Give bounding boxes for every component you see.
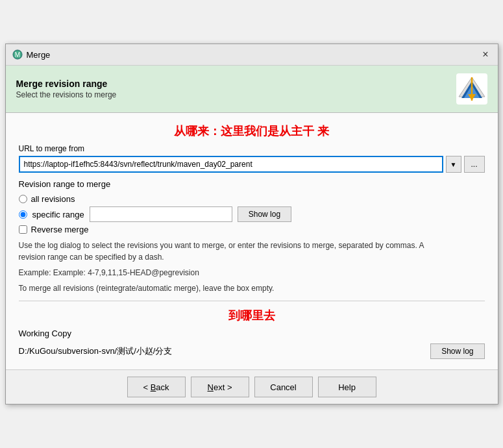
dialog-title: Merge (27, 50, 51, 60)
help-button[interactable]: Help (318, 377, 376, 397)
divider (19, 301, 485, 301)
url-input-row: ▼ ... (19, 156, 485, 173)
annotation-from: 从哪来：这里我们是从主干 来 (19, 123, 485, 139)
svg-text:M: M (14, 51, 19, 58)
all-revisions-label[interactable]: all revisions (31, 194, 75, 204)
annotation-to: 到哪里去 (19, 308, 485, 323)
working-copy-label: Working Copy (19, 329, 485, 338)
working-copy-show-log-button[interactable]: Show log (430, 343, 484, 359)
example-label-prefix: Example: (19, 268, 53, 277)
url-label: URL to merge from (19, 144, 485, 153)
working-copy-path: D:/KuGou/subversion-svn/测试/小赵/分支 (19, 345, 173, 357)
reverse-merge-checkbox[interactable] (19, 225, 27, 234)
header-subtext: Select the revisions to merge (16, 90, 117, 99)
header-text: Merge revision range Select the revision… (16, 79, 117, 99)
header-section: Merge revision range Select the revision… (6, 66, 498, 113)
merge-dialog: M Merge × Merge revision range Select th… (5, 44, 498, 404)
next-label: Next > (208, 382, 232, 392)
working-copy-row: D:/KuGou/subversion-svn/测试/小赵/分支 Show lo… (19, 343, 485, 359)
title-bar: M Merge × (6, 44, 498, 66)
next-button[interactable]: Next > (191, 377, 249, 397)
merge-icon: M (12, 49, 23, 60)
range-input[interactable] (90, 206, 232, 222)
specific-range-radio[interactable] (19, 210, 27, 219)
radio-group: all revisions specific range Show log (19, 194, 485, 222)
example-value: Example: 4-7,9,11,15-HEAD@pegrevision (53, 268, 199, 277)
all-revisions-radio[interactable] (19, 195, 27, 203)
bottom-bar: < Back Next > Cancel Help (6, 369, 498, 404)
specific-range-label[interactable]: specific range (32, 210, 84, 219)
url-dropdown-arrow[interactable]: ▼ (446, 156, 461, 173)
empty-box-text: To merge all revisions (reintegrate/auto… (19, 282, 434, 294)
show-log-button[interactable]: Show log (238, 206, 291, 222)
url-field-row: URL to merge from ▼ ... (19, 144, 485, 173)
browse-button[interactable]: ... (464, 156, 485, 173)
radio-specific-range: specific range Show log (19, 206, 485, 222)
reverse-merge-row: Reverse merge (19, 225, 485, 234)
revision-section-label: Revision range to merge (19, 179, 485, 189)
header-heading: Merge revision range (16, 79, 117, 89)
working-copy-section: Working Copy D:/KuGou/subversion-svn/测试/… (19, 329, 485, 359)
url-input[interactable] (19, 156, 443, 173)
revision-section: Revision range to merge all revisions sp… (19, 179, 485, 294)
main-content: 从哪来：这里我们是从主干 来 URL to merge from ▼ ... R… (6, 113, 498, 369)
example-text: Example: Example: 4-7,9,11,15-HEAD@pegre… (19, 268, 485, 277)
back-button[interactable]: < Back (127, 377, 186, 397)
svn-logo (456, 73, 487, 105)
radio-all-revisions: all revisions (19, 194, 485, 204)
info-text: Use the log dialog to select the revisio… (19, 240, 434, 263)
close-button[interactable]: × (480, 48, 491, 61)
reverse-merge-label[interactable]: Reverse merge (31, 225, 89, 234)
title-bar-left: M Merge (12, 49, 51, 60)
cancel-button[interactable]: Cancel (254, 377, 313, 397)
